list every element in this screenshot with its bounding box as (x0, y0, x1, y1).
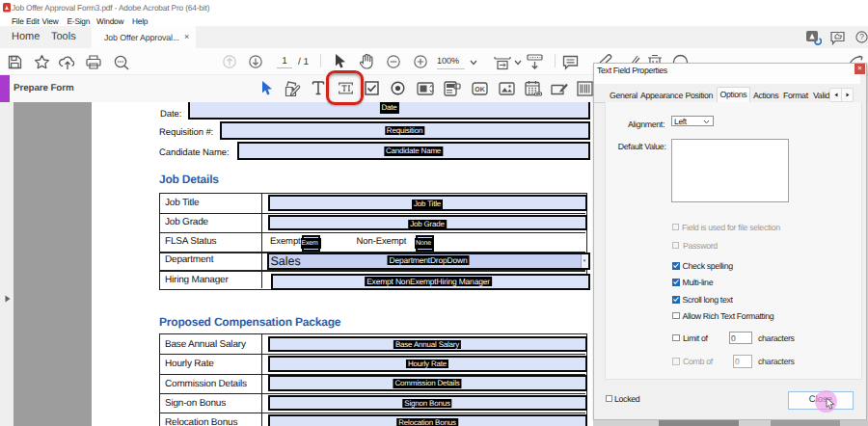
svg-text:OK: OK (475, 87, 485, 93)
svg-text:?: ? (859, 32, 864, 41)
